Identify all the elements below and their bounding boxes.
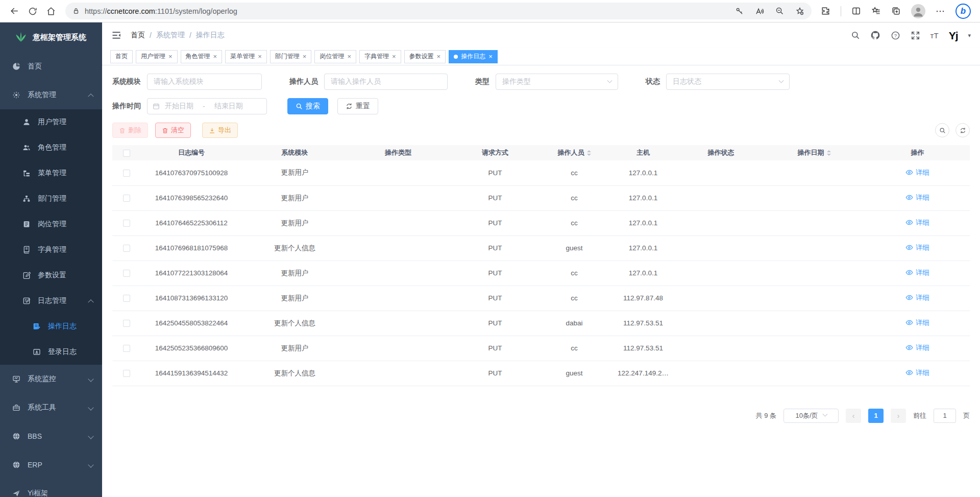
github-icon[interactable] [870,30,880,40]
tab-operation-log[interactable]: 操作日志× [449,50,498,63]
browser-back-icon[interactable] [5,3,23,20]
bing-chat-icon[interactable]: b [955,4,971,19]
next-page-button[interactable]: › [891,409,906,423]
sidebar-item-role-management[interactable]: 角色管理 [0,135,102,160]
col-operator[interactable]: 操作人员 [541,145,607,160]
lock-icon[interactable] [72,7,80,15]
detail-link[interactable]: 详细 [905,193,929,202]
address-bar[interactable]: https://ccnetcore.com:1101/system/log/op… [65,3,812,19]
header-search-icon[interactable] [851,31,860,40]
close-icon[interactable]: × [213,53,217,60]
close-icon[interactable]: × [392,53,396,60]
tab-dept-management[interactable]: 部门管理× [270,50,312,63]
sidebar-item-home[interactable]: 首页 [0,52,102,81]
app-logo[interactable]: 意框架管理系统 [0,22,102,52]
type-select[interactable]: 操作类型 [496,74,618,90]
sidebar-collapse-icon[interactable] [111,30,121,40]
tab-role-management[interactable]: 角色管理× [181,50,223,63]
detail-link[interactable]: 详细 [905,168,929,177]
detail-link[interactable]: 详细 [905,243,929,252]
sidebar-item-dict-management[interactable]: 字典管理 [0,237,102,263]
close-icon[interactable]: × [258,53,262,60]
tab-menu-management[interactable]: 菜单管理× [225,50,267,63]
module-input[interactable]: 请输入系统模块 [147,74,262,90]
close-icon[interactable]: × [168,53,173,60]
row-checkbox[interactable] [123,320,130,327]
zoom-out-icon[interactable] [775,7,784,15]
prev-page-button[interactable]: ‹ [846,409,861,423]
split-screen-icon[interactable] [851,6,861,16]
close-icon[interactable]: × [437,53,441,60]
export-button[interactable]: 导出 [202,123,238,138]
favorites-bar-icon[interactable] [871,6,881,16]
delete-button[interactable]: 删除 [112,123,148,138]
detail-link[interactable]: 详细 [905,343,929,352]
search-button[interactable]: 搜索 [287,98,328,114]
end-date-placeholder[interactable]: 结束日期 [214,102,243,111]
sort-icon[interactable] [587,150,591,156]
fullscreen-icon[interactable] [911,31,920,40]
row-checkbox[interactable] [123,245,130,252]
sidebar-item-bbs[interactable]: BBS [0,422,102,451]
tab-post-management[interactable]: 岗位管理× [314,50,356,63]
password-key-icon[interactable] [735,7,744,15]
read-aloud-icon[interactable] [755,7,764,16]
status-select[interactable]: 日志状态 [666,74,790,90]
tab-dict-management[interactable]: 字典管理× [359,50,401,63]
page-size-select[interactable]: 10条/页 [783,409,839,423]
detail-link[interactable]: 详细 [905,218,929,227]
extensions-puzzle-icon[interactable] [821,6,830,16]
breadcrumb-home[interactable]: 首页 [131,31,145,40]
row-checkbox[interactable] [123,295,130,302]
col-date[interactable]: 操作日期 [763,145,865,160]
detail-link[interactable]: 详细 [905,293,929,302]
operator-input[interactable]: 请输入操作人员 [324,74,448,90]
font-size-icon[interactable]: тT [930,31,939,40]
sidebar-item-param-settings[interactable]: 参数设置 [0,263,102,288]
row-checkbox[interactable] [123,195,130,202]
clear-button[interactable]: 清空 [155,123,191,138]
sidebar-item-dept-management[interactable]: 部门管理 [0,186,102,211]
sidebar-item-erp[interactable]: ERP [0,451,102,479]
sidebar-item-post-management[interactable]: 岗位管理 [0,211,102,237]
sort-icon[interactable] [827,150,831,156]
sidebar-item-system-monitor[interactable]: 系统监控 [0,365,102,393]
show-search-button[interactable] [935,123,949,137]
collections-icon[interactable] [891,6,901,16]
add-favorite-star-icon[interactable] [795,7,804,16]
sidebar-item-system-tools[interactable]: 系统工具 [0,393,102,422]
reset-button[interactable]: 重置 [337,98,378,114]
sidebar-item-login-log[interactable]: 登录日志 [0,339,102,365]
user-menu-caret-icon[interactable]: ▾ [968,32,971,39]
detail-link[interactable]: 详细 [905,318,929,327]
url-text[interactable]: https://ccnetcore.com:1101/system/log/op… [85,7,729,15]
refresh-table-button[interactable] [955,123,970,137]
sidebar-item-log-management[interactable]: 日志管理 [0,288,102,314]
close-icon[interactable]: × [488,53,493,60]
close-icon[interactable]: × [303,53,307,60]
page-number-current[interactable]: 1 [868,409,884,423]
browser-home-icon[interactable] [42,3,60,20]
tab-user-management[interactable]: 用户管理× [136,50,178,63]
sidebar-item-yi-framework[interactable]: Yi框架 [0,479,102,497]
row-checkbox[interactable] [123,345,130,352]
tab-param-settings[interactable]: 参数设置× [404,50,446,63]
date-range-picker[interactable]: 开始日期 - 结束日期 [147,98,267,114]
user-logo-avatar[interactable]: Yj [949,30,958,41]
sidebar-item-operation-log[interactable]: 操作日志 [0,314,102,339]
sidebar-item-system-management[interactable]: 系统管理 [0,81,102,109]
detail-link[interactable]: 详细 [905,368,929,377]
row-checkbox[interactable] [123,220,130,227]
profile-avatar[interactable] [911,4,925,18]
tab-home[interactable]: 首页 [110,50,133,63]
goto-page-input[interactable]: 1 [934,409,956,423]
browser-refresh-icon[interactable] [23,3,42,20]
row-checkbox[interactable] [123,370,130,377]
help-question-icon[interactable]: ? [891,31,900,40]
detail-link[interactable]: 详细 [905,268,929,277]
start-date-placeholder[interactable]: 开始日期 [165,102,193,111]
sidebar-item-menu-management[interactable]: 菜单管理 [0,160,102,186]
select-all-checkbox[interactable] [123,150,130,157]
browser-more-icon[interactable]: ⋯ [936,6,945,17]
sidebar-item-user-management[interactable]: 用户管理 [0,109,102,135]
